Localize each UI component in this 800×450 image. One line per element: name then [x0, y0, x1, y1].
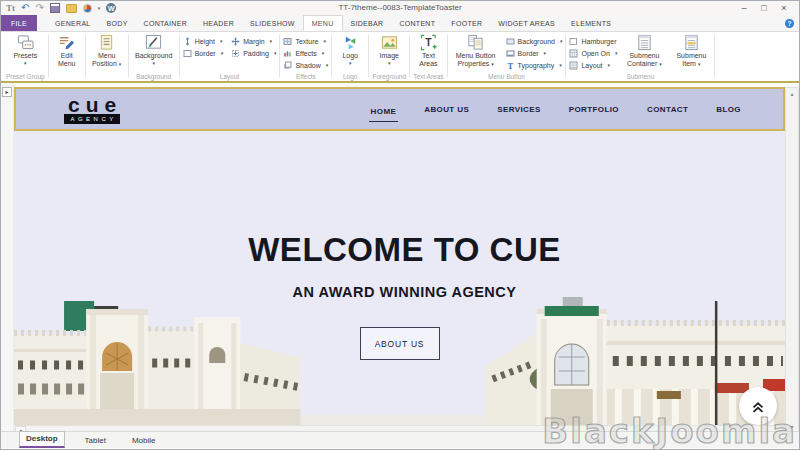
border-icon	[183, 49, 192, 58]
menu-button-border-control[interactable]: Border	[506, 47, 563, 59]
device-tab-mobile[interactable]: Mobile	[126, 434, 162, 448]
menu-position-button[interactable]: Menu Position	[89, 33, 125, 68]
image-button[interactable]: Image ▾	[372, 33, 406, 65]
open-on-icon	[569, 49, 578, 58]
edit-menu-button[interactable]: Edit Menu	[52, 33, 82, 67]
panel-expand-button[interactable]: ▸	[2, 87, 12, 97]
nav-home[interactable]: HOME	[369, 103, 399, 122]
submenu-item-icon	[683, 34, 700, 51]
site-logo[interactable]: cue AGENCY	[62, 95, 122, 124]
svg-text:T: T	[425, 37, 432, 48]
effects-icon	[283, 49, 292, 58]
tab-sidebar[interactable]: SIDEBAR	[343, 15, 392, 31]
text-areas-button[interactable]: T Text Areas	[413, 33, 443, 67]
open-on-control[interactable]: Open On	[569, 47, 617, 59]
edit-menu-icon	[58, 34, 75, 51]
background-button[interactable]: Background ▾	[132, 33, 176, 65]
typography-icon: T	[506, 61, 515, 70]
ribbon: Presets ▾ Preset Group Edit Menu Menu P	[1, 32, 799, 81]
scroll-up-icon[interactable]: ▴	[786, 90, 798, 97]
menu-button-properties-button[interactable]: Menu Button Properties	[451, 33, 501, 68]
height-icon	[183, 37, 192, 46]
preview-vertical-scrollbar[interactable]: ▴ ▾	[785, 87, 799, 433]
submenu-container-icon	[636, 34, 653, 51]
help-icon[interactable]: ?	[785, 19, 794, 28]
margin-icon	[231, 37, 240, 46]
hero-section: WELCOME TO CUE AN AWARD WINNING AGENCY A…	[14, 131, 785, 425]
texture-control[interactable]: Texture	[283, 35, 328, 47]
nav-about-us[interactable]: ABOUT US	[422, 101, 471, 118]
browser-preview-icon[interactable]	[83, 4, 92, 13]
scroll-to-top-button[interactable]	[739, 387, 777, 425]
site-nav: HOME ABOUT US SERVICES PORTFOLIO CONTACT…	[369, 101, 743, 118]
logo-button[interactable]: Logo ▾	[335, 33, 365, 65]
submenu-container-button[interactable]: Submenu Container	[622, 33, 666, 68]
ribbon-tab-bar: FILE GENERAL BODY CONTAINER HEADER SLIDE…	[1, 15, 799, 32]
padding-control[interactable]: Padding	[231, 47, 276, 59]
tab-widget-areas[interactable]: WIDGET AREAS	[490, 15, 563, 31]
site-header[interactable]: cue AGENCY HOME ABOUT US SERVICES PORTFO…	[14, 87, 785, 131]
quick-access-dropdown-icon[interactable]: ▾	[98, 6, 101, 11]
minimize-button[interactable]: –	[734, 2, 754, 15]
close-button[interactable]: ×	[774, 2, 794, 15]
left-building	[14, 301, 300, 425]
ribbon-group-text-areas: T Text Areas Text Areas	[410, 33, 446, 81]
margin-control[interactable]: Margin	[231, 35, 276, 47]
device-tab-tablet[interactable]: Tablet	[79, 434, 112, 448]
save-icon[interactable]	[50, 3, 60, 13]
submenu-layout-icon	[569, 61, 578, 70]
logo-icon	[342, 34, 359, 51]
hero-about-button[interactable]: ABOUT US	[360, 327, 440, 360]
tab-header[interactable]: HEADER	[195, 15, 242, 31]
tab-menu[interactable]: MENU	[303, 15, 343, 31]
presets-icon	[17, 34, 34, 51]
nav-contact[interactable]: CONTACT	[645, 101, 690, 118]
ribbon-group-effects: Texture Effects Shadow Effects	[280, 33, 331, 81]
image-icon	[381, 34, 398, 51]
undo-button[interactable]: ↶	[21, 3, 29, 13]
typography-control[interactable]: T Typography	[506, 59, 563, 71]
shadow-icon	[283, 61, 292, 70]
tab-container[interactable]: CONTAINER	[136, 15, 195, 31]
wordpress-icon[interactable]: W	[106, 3, 116, 13]
tab-elements[interactable]: ELEMENTS	[563, 15, 619, 31]
submenu-item-button[interactable]: Submenu Item	[671, 33, 711, 68]
ribbon-group-logo: Logo ▾ Logo	[332, 33, 368, 81]
menu-button-background-icon	[506, 37, 515, 46]
height-control[interactable]: Height	[183, 35, 224, 47]
nav-portfolio[interactable]: PORTFOLIO	[567, 101, 621, 118]
tab-footer[interactable]: FOOTER	[443, 15, 490, 31]
ribbon-group-submenu: Hamburger Open On Layout Submenu Contain…	[566, 33, 714, 81]
maximize-button[interactable]: □	[754, 2, 774, 15]
nav-services[interactable]: SERVICES	[495, 101, 543, 118]
device-tab-desktop[interactable]: Desktop	[19, 431, 65, 448]
texture-icon	[283, 37, 292, 46]
shadow-control[interactable]: Shadow	[283, 59, 328, 71]
tab-content[interactable]: CONTENT	[391, 15, 443, 31]
submenu-layout-control[interactable]: Layout	[569, 59, 617, 71]
menu-button-background-control[interactable]: Background	[506, 35, 563, 47]
hamburger-checkbox-icon	[569, 37, 578, 46]
site-logo-title: cue	[62, 95, 122, 114]
background-icon	[145, 34, 162, 51]
hamburger-control[interactable]: Hamburger	[569, 35, 617, 47]
tab-body[interactable]: BODY	[99, 15, 136, 31]
ribbon-group-foreground: Image ▾ Foreground	[369, 33, 409, 81]
export-icon[interactable]	[66, 4, 77, 13]
double-chevron-up-icon	[749, 397, 767, 415]
effects-control[interactable]: Effects	[283, 47, 328, 59]
site-canvas: cue AGENCY HOME ABOUT US SERVICES PORTFO…	[14, 87, 785, 425]
left-gutter: ▸	[1, 83, 14, 433]
redo-button[interactable]: ↷	[35, 3, 43, 13]
ribbon-group-background: Background ▾ Background	[129, 33, 179, 81]
tab-file[interactable]: FILE	[1, 15, 37, 31]
scroll-down-icon[interactable]: ▾	[786, 423, 798, 430]
ribbon-group-edit-menu: Edit Menu	[49, 33, 85, 81]
tab-general[interactable]: GENERAL	[47, 15, 99, 31]
menu-button-properties-icon	[467, 34, 484, 51]
site-logo-badge: AGENCY	[64, 114, 119, 124]
presets-button[interactable]: Presets ▾	[7, 33, 43, 65]
nav-blog[interactable]: BLOG	[714, 101, 743, 118]
border-control[interactable]: Border	[183, 47, 224, 59]
tab-slideshow[interactable]: SLIDESHOW	[242, 15, 303, 31]
